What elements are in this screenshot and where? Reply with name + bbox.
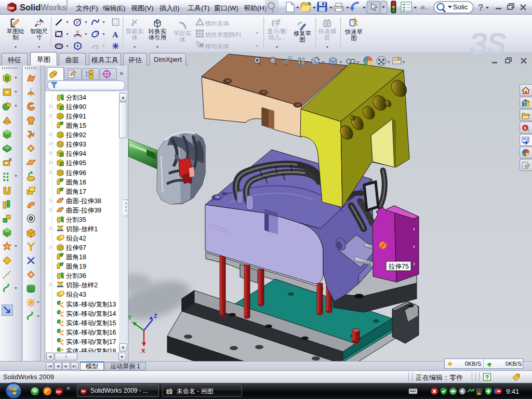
svg-text:Solic: Solic xyxy=(453,3,468,11)
svg-text:X: X xyxy=(141,348,145,354)
svg-text:Y: Y xyxy=(128,314,132,321)
svg-text:SW: SW xyxy=(56,390,61,393)
svg-text:Z: Z xyxy=(154,313,157,319)
svg-text:S: S xyxy=(524,126,527,130)
svg-text:拉伸75: 拉伸75 xyxy=(388,263,409,270)
svg-text:?: ? xyxy=(478,3,483,12)
svg-text:SW: SW xyxy=(8,6,15,10)
svg-text:!: ! xyxy=(199,20,201,25)
svg-text:!: ! xyxy=(478,392,479,395)
svg-text:и..: и.. xyxy=(421,3,429,11)
svg-text:SW: SW xyxy=(82,390,86,393)
